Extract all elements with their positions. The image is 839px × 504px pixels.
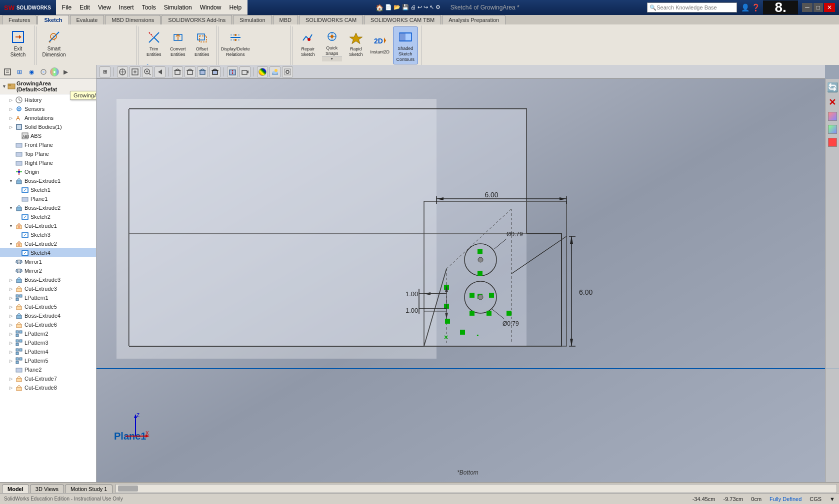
tree-item-lpattern1[interactable]: ▷ LPattern1 — [0, 293, 96, 302]
rapid-sketch-button[interactable]: Rapid Sketch — [345, 26, 367, 60]
help-icon[interactable]: ❓ — [752, 3, 760, 11]
color-swatch-2[interactable] — [828, 125, 837, 134]
close-button[interactable]: ✕ — [824, 3, 835, 12]
tree-item-lpattern3[interactable]: ▷ LPattern3 — [0, 338, 96, 347]
tree-item-cut-extrude2[interactable]: ▼ Cut-Extrude2 — [0, 239, 96, 248]
tree-item-cut-extrude7[interactable]: ▷ Cut-Extrude7 — [0, 374, 96, 383]
tree-item-lpattern4[interactable]: ▷ LPattern4 — [0, 347, 96, 356]
viewport-appearance[interactable] — [257, 66, 268, 77]
tree-item-cut-extrude8[interactable]: ▷ Cut-Extrude8 — [0, 383, 96, 392]
tree-item-sketch4[interactable]: Sketch4 — [0, 248, 96, 257]
color-swatch-1[interactable] — [828, 112, 837, 121]
restore-button[interactable]: □ — [814, 3, 823, 12]
smart-dimension-button[interactable]: ↕ 1 Smart Dimension — [41, 26, 67, 60]
tree-item-boss-extrude4[interactable]: ▷ Boss-Extrude4 — [0, 311, 96, 320]
tree-item-cut-extrude3[interactable]: ▷ Cut-Extrude3 — [0, 284, 96, 293]
units-dropdown-arrow[interactable]: ▼ — [830, 496, 835, 502]
tree-item-origin[interactable]: Origin — [0, 167, 96, 176]
tree-item-plane1[interactable]: Plane1 — [0, 194, 96, 203]
viewport-display-settings[interactable] — [282, 66, 293, 77]
tree-item-lpattern2[interactable]: ▷ LPattern2 — [0, 329, 96, 338]
tab-3d-views[interactable]: 3D Views — [30, 485, 64, 493]
panel-tool-configuration[interactable]: ◉ — [26, 66, 37, 77]
trim-entities-button[interactable]: Trim Entities — [143, 26, 165, 60]
tab-sketch[interactable]: Sketch — [38, 15, 68, 24]
tab-mbd[interactable]: MBD — [273, 15, 298, 24]
offset-entities-button[interactable]: Offset Entities — [191, 26, 213, 60]
tree-item-cut-extrude5[interactable]: ▷ Cut-Extrude5 — [0, 302, 96, 311]
shaded-sketch-contours-button[interactable]: Shaded Sketch Contours — [393, 26, 418, 64]
search-box[interactable]: 🔍 — [647, 2, 737, 12]
tab-simulation[interactable]: Simulation — [233, 15, 272, 24]
tree-item-mirror2[interactable]: Mirror2 — [0, 266, 96, 275]
tree-item-lpattern5[interactable]: ▷ LPattern5 — [0, 356, 96, 365]
viewport-shaded-edges[interactable] — [210, 66, 220, 77]
viewport-camera-view[interactable] — [240, 66, 250, 77]
tree-item-sketch2[interactable]: Sketch2 — [0, 212, 96, 221]
quick-access-print[interactable]: 🖨 — [410, 4, 416, 11]
viewport-zoom-area[interactable] — [142, 66, 153, 77]
viewport-maximize-button[interactable]: ⊞ — [100, 66, 110, 77]
quick-access-undo[interactable]: ↩ — [418, 4, 422, 11]
viewport-prev-view[interactable] — [154, 66, 166, 77]
viewport-scenes[interactable] — [270, 66, 280, 77]
menu-help[interactable]: Help — [225, 3, 246, 12]
tree-item-abs[interactable]: ABS ABS — [0, 131, 96, 140]
panel-tool-properties[interactable]: ⊞ — [14, 66, 25, 77]
tree-item-annotations[interactable]: ▷ A Annotations — [0, 113, 96, 122]
quick-snaps-button[interactable]: Quick Snaps ▼ — [321, 26, 343, 63]
quick-access-open[interactable]: 📂 — [394, 4, 400, 11]
tree-item-front-plane[interactable]: Front Plane — [0, 140, 96, 149]
quick-access-select[interactable]: ↖ — [430, 4, 434, 11]
panel-tool-more[interactable]: ▶ — [60, 66, 71, 77]
menu-window[interactable]: Window — [196, 3, 226, 12]
tab-model[interactable]: Model — [2, 485, 29, 493]
viewport-view-orient[interactable] — [117, 66, 128, 77]
quick-access-save[interactable]: 💾 — [402, 4, 409, 11]
triad-icon[interactable]: 🔄 — [827, 82, 838, 93]
menu-simulation[interactable]: Simulation — [160, 3, 196, 12]
tree-item-boss-extrude2[interactable]: ▼ Boss-Extrude2 — [0, 203, 96, 212]
tab-solidworks-cam-tbm[interactable]: SOLIDWORKS CAM TBM — [364, 15, 441, 24]
panel-tool-display[interactable] — [38, 66, 49, 77]
panel-tool-feature-tree[interactable] — [2, 66, 13, 77]
viewport-wireframe[interactable] — [172, 66, 183, 77]
tree-item-boss-extrude1[interactable]: ▼ Boss-Extrude1 — [0, 176, 96, 185]
tree-item-plane2[interactable]: Plane2 — [0, 365, 96, 374]
tree-item-solid-bodies[interactable]: ▷ Solid Bodies(1) — [0, 122, 96, 131]
menu-edit[interactable]: Edit — [76, 3, 94, 12]
scrollbar-thumb[interactable] — [118, 486, 138, 492]
instant2d-button[interactable]: 2D Instant2D — [369, 26, 391, 60]
tab-analysis-preparation[interactable]: Analysis Preparation — [442, 15, 506, 24]
menu-insert[interactable]: Insert — [115, 3, 138, 12]
viewport[interactable]: ⊞ — [96, 65, 839, 482]
quick-access-redo[interactable]: ↪ — [424, 4, 428, 11]
tree-item-sensors[interactable]: ▷ Sensors — [0, 104, 96, 113]
tree-item-sketch3[interactable]: Sketch3 — [0, 230, 96, 239]
viewport-close-icon[interactable]: ✕ — [828, 97, 836, 108]
repair-sketch-button[interactable]: Repair Sketch — [297, 26, 319, 60]
tab-solidworks-addins[interactable]: SOLIDWORKS Add-Ins — [162, 15, 232, 24]
user-icon[interactable]: 👤 — [741, 3, 750, 11]
tree-item-top-plane[interactable]: Top Plane — [0, 149, 96, 158]
menu-view[interactable]: View — [94, 3, 115, 12]
menu-tools[interactable]: Tools — [138, 3, 160, 12]
tab-solidworks-cam[interactable]: SOLIDWORKS CAM — [299, 15, 363, 24]
quick-access-new[interactable]: 📄 — [385, 4, 392, 11]
tree-item-boss-extrude3[interactable]: ▷ Boss-Extrude3 — [0, 275, 96, 284]
tree-item-cut-extrude6[interactable]: ▷ Cut-Extrude6 — [0, 320, 96, 329]
tab-motion-study-1[interactable]: Motion Study 1 — [65, 485, 112, 493]
convert-entities-button[interactable]: Convert Entities — [167, 26, 189, 60]
search-input[interactable] — [656, 4, 726, 10]
exit-sketch-button[interactable]: Exit Sketch — [5, 26, 31, 60]
tree-item-sketch1[interactable]: Sketch1 — [0, 185, 96, 194]
viewport-zoom-fit[interactable] — [130, 66, 140, 77]
tab-features[interactable]: Features — [2, 15, 36, 24]
tab-evaluate[interactable]: Evaluate — [70, 15, 104, 24]
viewport-hidden-lines[interactable] — [184, 66, 196, 77]
panel-tool-sensors[interactable]: ● — [50, 67, 59, 76]
display-delete-relations-button[interactable]: Display/Delete Relations — [223, 26, 248, 60]
tree-item-cut-extrude1[interactable]: ▼ Cut-Extrude1 — [0, 221, 96, 230]
tree-item-right-plane[interactable]: Right Plane — [0, 158, 96, 167]
color-swatch-red[interactable] — [828, 138, 837, 147]
